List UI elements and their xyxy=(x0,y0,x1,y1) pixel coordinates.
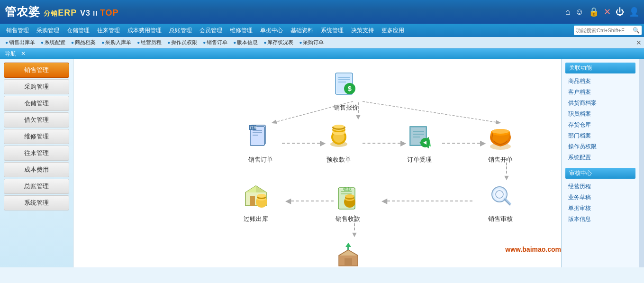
sidebar-item-sales[interactable]: 销售管理 xyxy=(4,63,69,78)
flow-node-yushou[interactable]: 预收款单 xyxy=(322,120,355,164)
logo: 管农婆 分销ERP V3 II TOP xyxy=(5,4,119,19)
close-icon[interactable]: ✕ xyxy=(604,7,611,17)
nav-basic[interactable]: 基础资料 xyxy=(287,24,317,37)
nav-cost[interactable]: 成本费用管理 xyxy=(124,24,165,37)
svg-rect-37 xyxy=(250,196,255,206)
flow-label-shouli: 订单受理 xyxy=(403,155,436,164)
nav-decision[interactable]: 决策支持 xyxy=(347,24,378,37)
nav-warehouse[interactable]: 仓储管理 xyxy=(63,24,93,37)
right-link-employee[interactable]: 职员档案 xyxy=(565,109,635,119)
header: 管农婆 分销ERP V3 II TOP ⌂ ☺ 🔒 ✕ ⏻ 👤 xyxy=(0,0,644,24)
sidebar: 销售管理 采购管理 仓储管理 借欠管理 维修管理 往来管理 成本费用 总账管理 … xyxy=(0,59,73,267)
nav-label: 导航 xyxy=(5,50,16,58)
flow-node-shouli[interactable]: 订单受理 xyxy=(403,120,436,164)
right-section-title-1: 关联功能 xyxy=(565,63,635,73)
right-link-version[interactable]: 版本信息 xyxy=(565,214,635,225)
right-section-title-2: 审核中心 xyxy=(565,168,635,179)
flow-node-dingdan[interactable]: 订单 订单 销售订单 xyxy=(244,120,277,164)
home-icon[interactable]: ⌂ xyxy=(565,7,571,17)
sidebar-item-purchase[interactable]: 采购管理 xyxy=(4,79,69,94)
nav-system[interactable]: 系统管理 xyxy=(317,24,347,37)
sidebar-item-debt[interactable]: 借欠管理 xyxy=(4,112,69,128)
svg-text:收款: 收款 xyxy=(343,187,352,192)
navbar: 销售管理 采购管理 仓储管理 往来管理 成本费用管理 总账管理 会员管理 维修管… xyxy=(0,24,644,37)
nav-more[interactable]: 更多应用 xyxy=(378,24,408,37)
user-icon[interactable]: 👤 xyxy=(629,7,639,17)
right-link-customer[interactable]: 客户档案 xyxy=(565,87,635,98)
flow-node-shoukuan[interactable]: 收款 销售收款 xyxy=(331,180,364,223)
svg-line-61 xyxy=(363,101,500,123)
right-link-review[interactable]: 单据审核 xyxy=(565,203,635,214)
search-box: 🔍 xyxy=(574,26,642,35)
flow-label-dingdan: 销售订单 xyxy=(244,155,277,164)
sidebar-item-cost[interactable]: 成本费用 xyxy=(4,162,69,177)
flow-node-kaidan[interactable]: 销售开单 xyxy=(484,120,517,164)
tab-sales-out[interactable]: ●销售出库单 xyxy=(2,37,38,48)
sidebar-item-warehouse[interactable]: 仓储管理 xyxy=(4,96,69,111)
lock-icon[interactable]: 🔒 xyxy=(589,7,599,17)
flow-label-yushou: 预收款单 xyxy=(322,155,355,164)
flow-node-tuihuo[interactable]: 销售退货 xyxy=(332,239,365,267)
nav-ledger[interactable]: 总账管理 xyxy=(165,24,196,37)
right-link-operator[interactable]: 操作员权限 xyxy=(565,141,635,152)
scrollbar[interactable] xyxy=(639,59,644,267)
nav-label-close[interactable]: ✕ xyxy=(21,50,26,57)
right-link-draft[interactable]: 业务草稿 xyxy=(565,192,635,203)
sidebar-item-system[interactable]: 系统管理 xyxy=(4,195,69,210)
tab-operator[interactable]: ●操作员权限 xyxy=(164,37,200,48)
svg-rect-57 xyxy=(345,258,352,266)
flow-label-shenhe: 销售审核 xyxy=(484,215,517,223)
person-icon[interactable]: ☺ xyxy=(575,7,584,17)
arrow-shoukuan-down: ▼ xyxy=(351,215,358,239)
right-panel: 关联功能 商品档案 客户档案 供货商档案 职员档案 存货仓库 部门档案 操作员权… xyxy=(561,59,639,267)
flow-label-guozhang: 过账出库 xyxy=(239,215,272,223)
tab-goods[interactable]: ●商品档案 xyxy=(68,37,99,48)
nav-label-bar: 导航 ✕ xyxy=(0,48,644,59)
tab-purchase-order[interactable]: ●采购订单 xyxy=(296,37,327,48)
tab-sys-config[interactable]: ●系统配置 xyxy=(38,37,68,48)
arrow-shenhe-left: ◀ xyxy=(381,196,476,205)
tab-history[interactable]: ●经营历程 xyxy=(134,37,164,48)
arrow-shoukuan-left: ◀ xyxy=(285,196,337,205)
tab-sales-order[interactable]: ●销售订单 xyxy=(200,37,230,48)
svg-point-23 xyxy=(333,125,345,128)
tab-stock-status[interactable]: ●库存状况表 xyxy=(261,37,296,48)
nav-member[interactable]: 会员管理 xyxy=(196,24,226,37)
tabs-bar: ●销售出库单 ●系统配置 ●商品档案 ●采购入库单 ●经营历程 ●操作员权限 ●… xyxy=(0,37,644,48)
right-link-supplier[interactable]: 供货商档案 xyxy=(565,98,635,109)
svg-point-33 xyxy=(492,129,509,134)
right-link-history[interactable]: 经营历程 xyxy=(565,181,635,192)
right-link-sysconfig[interactable]: 系统配置 xyxy=(565,152,635,163)
svg-text:订单: 订单 xyxy=(250,126,257,130)
nav-purchase[interactable]: 采购管理 xyxy=(33,24,63,37)
sidebar-item-repair[interactable]: 维修管理 xyxy=(4,129,69,144)
power-icon[interactable]: ⏻ xyxy=(616,7,624,17)
nav-voucher[interactable]: 单据中心 xyxy=(256,24,287,37)
sidebar-item-dealings[interactable]: 往来管理 xyxy=(4,146,69,161)
search-input[interactable] xyxy=(576,27,633,33)
nav-repair[interactable]: 维修管理 xyxy=(226,24,256,37)
flow-node-shenhe[interactable]: 销售审核 xyxy=(484,180,517,223)
sidebar-item-ledger[interactable]: 总账管理 xyxy=(4,179,69,194)
flow-label-kaidan: 销售开单 xyxy=(484,155,517,164)
flow-diagram: $ 销售报价 ▼ xyxy=(78,64,556,263)
right-link-dept[interactable]: 部门档案 xyxy=(565,130,635,141)
arrow-baojia-down: ▼ xyxy=(354,102,362,121)
search-icon[interactable]: 🔍 xyxy=(633,27,640,34)
tabs-close-button[interactable]: ✕ xyxy=(636,39,642,46)
arrow-shouli-right: ▶ xyxy=(442,138,490,147)
right-link-warehouse[interactable]: 存货仓库 xyxy=(565,119,635,130)
flow-node-guozhang[interactable]: 过账出库 xyxy=(239,180,272,223)
nav-sales[interactable]: 销售管理 xyxy=(2,24,33,37)
body-area: 销售管理 采购管理 仓储管理 借欠管理 维修管理 往来管理 成本费用 总账管理 … xyxy=(0,59,644,267)
header-icons: ⌂ ☺ 🔒 ✕ ⏻ 👤 xyxy=(565,7,639,17)
svg-marker-59 xyxy=(345,243,351,247)
svg-text:$: $ xyxy=(348,85,352,92)
nav-dealings[interactable]: 往来管理 xyxy=(93,24,124,37)
flow-label-shoukuan: 销售收款 xyxy=(331,215,364,223)
main-content: $ 销售报价 ▼ xyxy=(73,59,561,267)
tab-purchase-in[interactable]: ●采购入库单 xyxy=(99,37,134,48)
tab-version[interactable]: ●版本信息 xyxy=(230,37,261,48)
svg-point-51 xyxy=(345,194,354,198)
right-link-goods[interactable]: 商品档案 xyxy=(565,76,635,87)
